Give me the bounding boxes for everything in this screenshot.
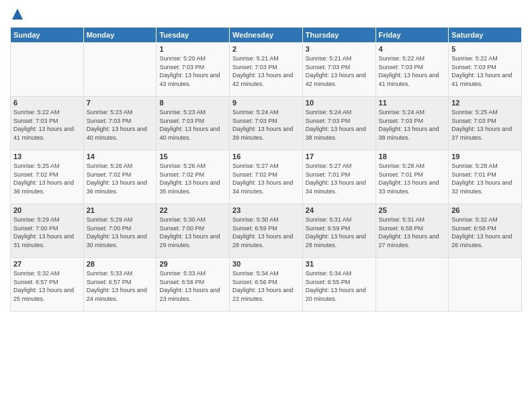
calendar-cell: 12Sunrise: 5:25 AMSunset: 7:03 PMDayligh… bbox=[449, 97, 522, 150]
calendar-cell: 27Sunrise: 5:32 AMSunset: 6:57 PMDayligh… bbox=[11, 258, 84, 312]
cell-info: Sunrise: 5:34 AMSunset: 6:55 PMDaylight:… bbox=[306, 269, 373, 303]
cell-info: Sunrise: 5:33 AMSunset: 6:56 PMDaylight:… bbox=[159, 269, 226, 303]
calendar-cell: 29Sunrise: 5:33 AMSunset: 6:56 PMDayligh… bbox=[157, 258, 230, 312]
svg-marker-1 bbox=[13, 11, 21, 19]
calendar-cell: 6Sunrise: 5:22 AMSunset: 7:03 PMDaylight… bbox=[11, 97, 84, 150]
day-number: 4 bbox=[379, 45, 446, 53]
day-number: 2 bbox=[232, 45, 300, 53]
calendar-cell: 7Sunrise: 5:23 AMSunset: 7:03 PMDaylight… bbox=[83, 97, 157, 150]
weekday-header: Wednesday bbox=[230, 28, 303, 43]
calendar-cell bbox=[449, 258, 522, 312]
cell-info: Sunrise: 5:26 AMSunset: 7:02 PMDaylight:… bbox=[159, 162, 226, 195]
cell-info: Sunrise: 5:21 AMSunset: 7:03 PMDaylight:… bbox=[306, 54, 373, 88]
calendar-cell: 14Sunrise: 5:26 AMSunset: 7:02 PMDayligh… bbox=[83, 150, 157, 204]
calendar-week-row: 6Sunrise: 5:22 AMSunset: 7:03 PMDaylight… bbox=[11, 97, 522, 150]
cell-info: Sunrise: 5:25 AMSunset: 7:02 PMDaylight:… bbox=[13, 162, 81, 195]
day-number: 6 bbox=[13, 99, 81, 107]
day-number: 18 bbox=[379, 152, 446, 161]
day-number: 29 bbox=[159, 260, 226, 268]
day-number: 28 bbox=[87, 260, 154, 268]
calendar-cell: 18Sunrise: 5:28 AMSunset: 7:01 PMDayligh… bbox=[375, 150, 449, 204]
calendar-cell: 9Sunrise: 5:24 AMSunset: 7:03 PMDaylight… bbox=[230, 97, 303, 150]
calendar-cell: 25Sunrise: 5:31 AMSunset: 6:58 PMDayligh… bbox=[375, 204, 449, 258]
cell-info: Sunrise: 5:30 AMSunset: 6:59 PMDaylight:… bbox=[232, 216, 300, 249]
calendar-cell: 16Sunrise: 5:27 AMSunset: 7:02 PMDayligh… bbox=[230, 150, 303, 204]
day-number: 27 bbox=[13, 260, 81, 268]
cell-info: Sunrise: 5:24 AMSunset: 7:03 PMDaylight:… bbox=[306, 108, 373, 142]
day-number: 24 bbox=[306, 206, 373, 214]
cell-info: Sunrise: 5:24 AMSunset: 7:03 PMDaylight:… bbox=[379, 108, 446, 142]
day-number: 23 bbox=[232, 206, 300, 214]
calendar-cell: 17Sunrise: 5:27 AMSunset: 7:01 PMDayligh… bbox=[302, 150, 375, 204]
calendar-cell: 22Sunrise: 5:30 AMSunset: 7:00 PMDayligh… bbox=[157, 204, 230, 258]
day-number: 7 bbox=[87, 99, 154, 107]
calendar-cell: 5Sunrise: 5:22 AMSunset: 7:03 PMDaylight… bbox=[449, 43, 522, 97]
calendar-cell: 2Sunrise: 5:21 AMSunset: 7:03 PMDaylight… bbox=[230, 43, 303, 97]
cell-info: Sunrise: 5:21 AMSunset: 7:03 PMDaylight:… bbox=[232, 54, 300, 88]
calendar-cell: 26Sunrise: 5:32 AMSunset: 6:58 PMDayligh… bbox=[449, 204, 522, 258]
logo-icon bbox=[10, 7, 25, 21]
calendar-table: SundayMondayTuesdayWednesdayThursdayFrid… bbox=[10, 27, 522, 312]
cell-info: Sunrise: 5:26 AMSunset: 7:02 PMDaylight:… bbox=[87, 162, 154, 195]
weekday-header-row: SundayMondayTuesdayWednesdayThursdayFrid… bbox=[11, 28, 522, 43]
day-number: 31 bbox=[306, 260, 373, 268]
cell-info: Sunrise: 5:32 AMSunset: 6:58 PMDaylight:… bbox=[451, 216, 519, 249]
day-number: 20 bbox=[13, 206, 81, 214]
day-number: 3 bbox=[306, 45, 373, 53]
cell-info: Sunrise: 5:28 AMSunset: 7:01 PMDaylight:… bbox=[379, 162, 446, 195]
day-number: 8 bbox=[159, 99, 226, 107]
cell-info: Sunrise: 5:27 AMSunset: 7:01 PMDaylight:… bbox=[306, 162, 373, 195]
calendar-week-row: 27Sunrise: 5:32 AMSunset: 6:57 PMDayligh… bbox=[11, 258, 522, 312]
day-number: 13 bbox=[13, 152, 81, 161]
cell-info: Sunrise: 5:22 AMSunset: 7:03 PMDaylight:… bbox=[379, 54, 446, 88]
calendar-cell: 21Sunrise: 5:29 AMSunset: 7:00 PMDayligh… bbox=[83, 204, 157, 258]
calendar-cell bbox=[11, 43, 84, 97]
cell-info: Sunrise: 5:31 AMSunset: 6:58 PMDaylight:… bbox=[379, 216, 446, 249]
cell-info: Sunrise: 5:22 AMSunset: 7:03 PMDaylight:… bbox=[13, 108, 81, 142]
cell-info: Sunrise: 5:24 AMSunset: 7:03 PMDaylight:… bbox=[232, 108, 300, 142]
calendar-cell: 11Sunrise: 5:24 AMSunset: 7:03 PMDayligh… bbox=[375, 97, 449, 150]
cell-info: Sunrise: 5:34 AMSunset: 6:56 PMDaylight:… bbox=[232, 269, 300, 303]
cell-info: Sunrise: 5:23 AMSunset: 7:03 PMDaylight:… bbox=[159, 108, 226, 142]
calendar-cell: 8Sunrise: 5:23 AMSunset: 7:03 PMDaylight… bbox=[157, 97, 230, 150]
calendar-cell: 24Sunrise: 5:31 AMSunset: 6:59 PMDayligh… bbox=[302, 204, 375, 258]
calendar-cell: 31Sunrise: 5:34 AMSunset: 6:55 PMDayligh… bbox=[302, 258, 375, 312]
weekday-header: Monday bbox=[83, 28, 157, 43]
logo bbox=[10, 7, 26, 21]
cell-info: Sunrise: 5:20 AMSunset: 7:03 PMDaylight:… bbox=[159, 54, 226, 88]
cell-info: Sunrise: 5:29 AMSunset: 7:00 PMDaylight:… bbox=[87, 216, 154, 249]
calendar-week-row: 20Sunrise: 5:29 AMSunset: 7:00 PMDayligh… bbox=[11, 204, 522, 258]
header bbox=[10, 7, 522, 21]
cell-info: Sunrise: 5:30 AMSunset: 7:00 PMDaylight:… bbox=[159, 216, 226, 249]
cell-info: Sunrise: 5:32 AMSunset: 6:57 PMDaylight:… bbox=[13, 269, 81, 303]
calendar-cell: 13Sunrise: 5:25 AMSunset: 7:02 PMDayligh… bbox=[11, 150, 84, 204]
cell-info: Sunrise: 5:33 AMSunset: 6:57 PMDaylight:… bbox=[87, 269, 154, 303]
calendar-cell: 19Sunrise: 5:28 AMSunset: 7:01 PMDayligh… bbox=[449, 150, 522, 204]
calendar-cell: 15Sunrise: 5:26 AMSunset: 7:02 PMDayligh… bbox=[157, 150, 230, 204]
cell-info: Sunrise: 5:22 AMSunset: 7:03 PMDaylight:… bbox=[451, 54, 519, 88]
day-number: 17 bbox=[306, 152, 373, 161]
calendar-cell: 28Sunrise: 5:33 AMSunset: 6:57 PMDayligh… bbox=[83, 258, 157, 312]
calendar-cell: 3Sunrise: 5:21 AMSunset: 7:03 PMDaylight… bbox=[302, 43, 375, 97]
calendar-week-row: 13Sunrise: 5:25 AMSunset: 7:02 PMDayligh… bbox=[11, 150, 522, 204]
cell-info: Sunrise: 5:28 AMSunset: 7:01 PMDaylight:… bbox=[451, 162, 519, 195]
calendar-cell: 23Sunrise: 5:30 AMSunset: 6:59 PMDayligh… bbox=[230, 204, 303, 258]
calendar-week-row: 1Sunrise: 5:20 AMSunset: 7:03 PMDaylight… bbox=[11, 43, 522, 97]
day-number: 12 bbox=[451, 99, 519, 107]
calendar-cell: 20Sunrise: 5:29 AMSunset: 7:00 PMDayligh… bbox=[11, 204, 84, 258]
weekday-header: Thursday bbox=[302, 28, 375, 43]
weekday-header: Saturday bbox=[449, 28, 522, 43]
cell-info: Sunrise: 5:27 AMSunset: 7:02 PMDaylight:… bbox=[232, 162, 300, 195]
cell-info: Sunrise: 5:23 AMSunset: 7:03 PMDaylight:… bbox=[87, 108, 154, 142]
day-number: 9 bbox=[232, 99, 300, 107]
calendar-cell: 30Sunrise: 5:34 AMSunset: 6:56 PMDayligh… bbox=[230, 258, 303, 312]
day-number: 19 bbox=[451, 152, 519, 161]
day-number: 14 bbox=[87, 152, 154, 161]
day-number: 16 bbox=[232, 152, 300, 161]
day-number: 5 bbox=[451, 45, 519, 53]
weekday-header: Friday bbox=[375, 28, 449, 43]
weekday-header: Sunday bbox=[11, 28, 84, 43]
day-number: 22 bbox=[159, 206, 226, 214]
day-number: 26 bbox=[451, 206, 519, 214]
calendar-cell bbox=[375, 258, 449, 312]
